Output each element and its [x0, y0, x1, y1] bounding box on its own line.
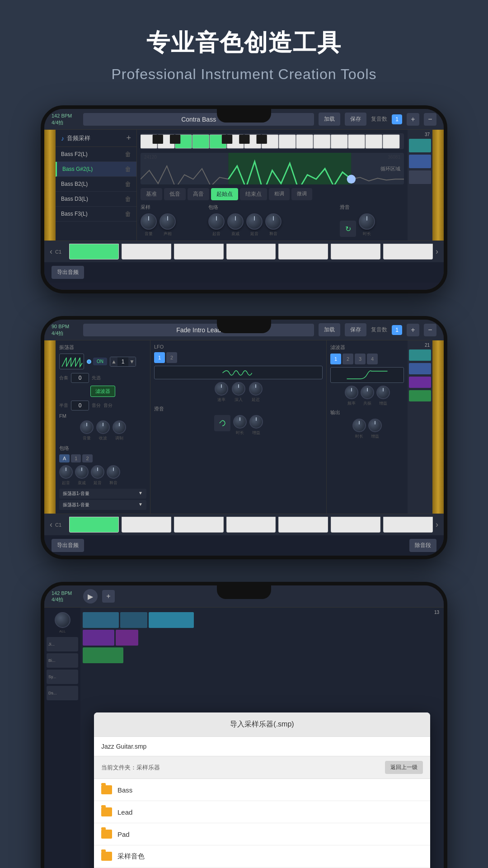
lfo-mod-dropdown-2[interactable]: 振荡器1-音量 ▼ [59, 500, 146, 510]
key-d1[interactable] [122, 244, 171, 259]
osc-octave-spinner[interactable]: ▲ 1 ▼ [110, 357, 136, 367]
delete-sample-0[interactable]: 🗑 [125, 151, 131, 158]
env-decay-knob[interactable] [75, 465, 89, 479]
lfo-tab-2[interactable]: 2 [166, 352, 177, 363]
lfo-mod-dropdown-1[interactable]: 振荡器1-音量 ▼ [59, 489, 146, 499]
play-button[interactable]: ▶ [83, 589, 98, 604]
key-c1-2[interactable] [69, 517, 119, 533]
key-a1-2[interactable] [331, 517, 380, 533]
back-button[interactable]: 返回上一级 [385, 761, 423, 774]
tab-start[interactable]: 起始点 [211, 188, 238, 200]
key-g1[interactable] [278, 244, 328, 259]
polyphony-minus-2[interactable]: − [424, 324, 436, 336]
res-knob[interactable] [361, 386, 374, 399]
keyboard-next-2[interactable]: › [436, 520, 438, 529]
tab-end[interactable]: 结束点 [240, 188, 267, 200]
tab-basic[interactable]: 基准 [141, 188, 162, 200]
spinner-up[interactable]: ▲ [110, 357, 117, 366]
sidebar-track-1[interactable]: Ji... [47, 637, 78, 651]
keyboard-prev[interactable]: ‹ [50, 247, 52, 256]
filter-tab-3[interactable]: 3 [355, 354, 366, 364]
folder-item-sample[interactable]: 采样音色 [94, 845, 430, 868]
osc-waveform-display[interactable] [59, 354, 84, 369]
key-c1[interactable] [69, 244, 119, 259]
osc-volume-knob[interactable] [80, 420, 94, 434]
save-button-1[interactable]: 保存 [345, 113, 366, 126]
folder-item-lead[interactable]: Lead [94, 801, 430, 823]
delete-sample-4[interactable]: 🗑 [125, 210, 131, 217]
key-e1-2[interactable] [174, 517, 224, 533]
key-e1[interactable] [174, 244, 224, 259]
delete-sample-2[interactable]: 🗑 [125, 180, 131, 188]
decay-knob[interactable] [227, 213, 244, 230]
export-button-2[interactable]: 导出音频 [52, 539, 84, 552]
filter-tab-4[interactable]: 4 [367, 354, 378, 364]
osc-wave-knob-ctrl[interactable] [96, 420, 110, 434]
env-sustain-knob[interactable] [91, 465, 104, 479]
tab-bass[interactable]: 低音 [164, 188, 186, 200]
key-b1[interactable] [383, 244, 433, 259]
loop-button[interactable]: ↻ [340, 221, 356, 237]
out-gain-knob-ctrl[interactable] [368, 419, 382, 432]
key-g1-2[interactable] [278, 517, 328, 533]
add-sample-button[interactable]: + [126, 133, 131, 143]
release-knob[interactable] [265, 213, 282, 230]
load-button-1[interactable]: 加载 [319, 113, 340, 126]
sidebar-track-2[interactable]: Bi... [47, 653, 78, 668]
freq-knob[interactable] [345, 386, 358, 399]
env-attack-knob[interactable] [59, 465, 73, 479]
tab-micro[interactable]: 微调 [291, 188, 312, 200]
polyphony-plus-1[interactable]: + [407, 113, 419, 126]
piano-strip[interactable] [141, 133, 404, 149]
output-gain-knob-ctrl[interactable] [249, 415, 263, 429]
key-f1[interactable] [226, 244, 276, 259]
lfo-tab-1[interactable]: 1 [154, 352, 165, 363]
load-button-2[interactable]: 加载 [319, 323, 340, 336]
polyphony-minus-1[interactable]: − [424, 113, 436, 126]
spinner-down[interactable]: ▼ [128, 357, 136, 366]
keyboard-next[interactable]: › [436, 247, 438, 256]
env-tab-a[interactable]: A [59, 454, 70, 462]
lfo-depth-knob-ctrl[interactable] [232, 382, 245, 396]
folder-item-pad[interactable]: Pad [94, 823, 430, 845]
file-input[interactable] [101, 743, 423, 750]
export-button-1[interactable]: 导出音频 [52, 266, 84, 279]
remove-segment-btn[interactable]: 除音段 [409, 539, 436, 552]
sidebar-track-4[interactable]: Ds... [47, 686, 78, 700]
dialog-input-row[interactable] [94, 737, 430, 756]
semitone-value[interactable]: 0 [71, 401, 89, 410]
sample-item-2[interactable]: Bass B2(L) 🗑 [56, 177, 136, 192]
pan-knob[interactable] [160, 213, 176, 230]
sample-item-4[interactable]: Bass F3(L) 🗑 [56, 207, 136, 222]
instrument-name-2[interactable]: Fade Intro Lead [83, 324, 314, 336]
sample-item-0[interactable]: Bass F2(L) 🗑 [56, 147, 136, 162]
filter-gain-knob-ctrl[interactable] [376, 386, 390, 399]
env-tab-1[interactable]: 1 [71, 454, 81, 462]
env-release-knob[interactable] [107, 465, 120, 479]
osc-on-button[interactable]: ON [93, 358, 107, 365]
sidebar-track-3[interactable]: Sy... [47, 670, 78, 684]
env-tab-2[interactable]: 2 [82, 454, 92, 462]
sample-item-3[interactable]: Bass D3(L) 🗑 [56, 192, 136, 207]
keyboard-prev-2[interactable]: ‹ [50, 520, 52, 529]
add-track-button[interactable]: + [102, 590, 115, 603]
polyphony-num-2[interactable]: 1 [392, 325, 402, 335]
save-button-2[interactable]: 保存 [345, 323, 366, 336]
folder-item-bass[interactable]: Bass [94, 779, 430, 801]
polyphony-num-1[interactable]: 1 [392, 114, 402, 124]
osc-mod-knob-ctrl[interactable] [113, 420, 126, 434]
sample-item-1[interactable]: Bass G#2(L) 🗑 [56, 162, 136, 177]
volume-knob[interactable] [141, 213, 157, 230]
tab-fine[interactable]: 粗调 [269, 188, 290, 200]
reverb-icon-btn[interactable] [214, 415, 230, 431]
key-f1-2[interactable] [226, 517, 276, 533]
key-a1[interactable] [331, 244, 380, 259]
lfo-rate-knob-ctrl[interactable] [215, 382, 228, 396]
instrument-name-1[interactable]: Contra Bass [83, 113, 314, 126]
sustain-knob[interactable] [246, 213, 263, 230]
blend-value[interactable]: 0 [71, 373, 89, 383]
filter-button[interactable]: 滤波器 [90, 386, 115, 397]
attack-knob[interactable] [208, 213, 225, 230]
key-b1-2[interactable] [383, 517, 433, 533]
delete-sample-1[interactable]: 🗑 [125, 165, 131, 173]
